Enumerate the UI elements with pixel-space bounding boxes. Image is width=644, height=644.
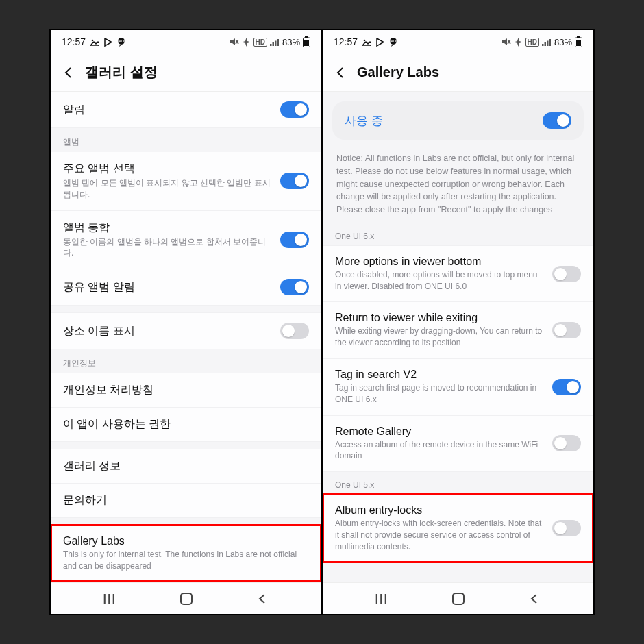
row-label: 이 앱이 사용하는 권한: [63, 417, 309, 432]
svg-rect-8: [275, 40, 277, 46]
row-label: 갤러리 정보: [63, 459, 309, 473]
toggle-merge-album[interactable]: [280, 232, 309, 248]
page-header: Gallery Labs: [323, 53, 593, 92]
nav-recents-icon[interactable]: |||: [103, 593, 116, 605]
row-label: 주요 앨범 선택: [63, 162, 271, 176]
row-return-viewer[interactable]: Return to viewer while exiting While exi…: [323, 302, 593, 359]
row-notifications[interactable]: 알림: [51, 92, 321, 128]
section-one-ui-5x: One UI 5.x: [323, 472, 593, 494]
row-merge-album[interactable]: 앨범 통합 동일한 이름의 앨범을 하나의 앨범으로 합쳐서 보여줍니다.: [51, 211, 321, 270]
flight-mode-icon: [242, 38, 251, 47]
row-contact[interactable]: 문의하기: [51, 484, 321, 518]
mute-icon: [230, 38, 239, 46]
svg-rect-25: [576, 40, 581, 46]
divider: [51, 442, 321, 449]
page-header: 갤러리 설정: [51, 53, 321, 92]
mute-icon: [501, 38, 511, 46]
row-sub: Album entry-locks with lock-screen crede…: [335, 518, 543, 552]
row-place-name[interactable]: 장소 이름 표시: [51, 312, 321, 349]
svg-text:TALK: TALK: [117, 39, 126, 43]
divider: [51, 306, 321, 312]
svg-rect-19: [542, 44, 544, 46]
row-label: Album entry-locks: [335, 504, 543, 517]
row-share-notif[interactable]: 공유 앨범 알림: [51, 269, 321, 306]
row-label: 앨범 통합: [63, 221, 271, 235]
row-sub: 앨범 탭에 모든 앨범이 표시되지 않고 선택한 앨범만 표시됩니다.: [63, 177, 271, 201]
row-main-album[interactable]: 주요 앨범 선택 앨범 탭에 모든 앨범이 표시되지 않고 선택한 앨범만 표시…: [51, 152, 321, 211]
nav-home-icon[interactable]: [180, 593, 193, 605]
signal-icon: [542, 38, 552, 46]
section-one-ui-6x: One UI 6.x: [323, 223, 593, 245]
net-hd-icon: HD: [253, 38, 267, 47]
toggle-tag-search-v2[interactable]: [552, 379, 581, 395]
settings-list: 알림 앨범 주요 앨범 선택 앨범 탭에 모든 앨범이 표시되지 않고 선택한 …: [51, 92, 321, 582]
row-label: 개인정보 처리방침: [63, 383, 309, 397]
row-permissions[interactable]: 이 앱이 사용하는 권한: [51, 408, 321, 442]
labs-enabled-card[interactable]: 사용 중: [332, 101, 584, 140]
toggle-more-options[interactable]: [552, 266, 581, 282]
nav-home-icon[interactable]: [452, 593, 465, 605]
row-label: Remote Gallery: [335, 425, 543, 438]
toggle-labs-enabled[interactable]: [543, 112, 571, 129]
row-remote-gallery[interactable]: Remote Gallery Access an album of the re…: [323, 416, 593, 473]
row-label: Return to viewer while exiting: [335, 312, 543, 324]
toggle-place-name[interactable]: [280, 323, 309, 339]
row-sub: 동일한 이름의 앨범을 하나의 앨범으로 합쳐서 보여줍니다.: [63, 236, 271, 260]
chat-icon: TALK: [116, 37, 126, 47]
svg-rect-21: [547, 40, 549, 46]
nav-bar: |||: [323, 582, 593, 614]
status-time: 12:57: [62, 36, 86, 47]
svg-rect-9: [277, 39, 279, 46]
toggle-main-album[interactable]: [280, 173, 309, 189]
labs-list: 사용 중 Notice: All functions in Labs are n…: [323, 92, 593, 582]
nav-recents-icon[interactable]: |||: [375, 593, 388, 605]
svg-point-14: [364, 40, 366, 42]
divider: [51, 518, 321, 525]
row-label: 공유 앨범 알림: [63, 280, 271, 295]
back-icon[interactable]: [334, 66, 347, 79]
svg-rect-20: [544, 42, 546, 46]
svg-rect-22: [549, 39, 551, 46]
toggle-return-viewer[interactable]: [552, 322, 581, 338]
row-sub: Access an album of the remote device in …: [335, 439, 543, 462]
status-bar: 12:57 TALK HD 83%: [51, 30, 321, 53]
row-gallery-labs[interactable]: Gallery Labs This is only for internal t…: [51, 525, 321, 582]
status-time: 12:57: [334, 36, 358, 47]
phone-left: 12:57 TALK HD 83% 갤러리 설정 알림: [51, 30, 321, 614]
phone-right: 12:57 TALK HD 83% Gallery Labs 사용 중: [323, 30, 593, 614]
toggle-remote-gallery[interactable]: [552, 435, 581, 451]
row-label: 알림: [63, 103, 271, 117]
page-title: Gallery Labs: [357, 64, 439, 80]
nav-bar: |||: [51, 582, 321, 614]
battery-pct: 83%: [282, 37, 300, 47]
nav-back-icon[interactable]: [256, 593, 269, 605]
row-privacy-policy[interactable]: 개인정보 처리방침: [51, 373, 321, 408]
flight-mode-icon: [514, 38, 523, 47]
battery-pct: 83%: [554, 37, 572, 47]
row-more-options[interactable]: More options in viewer bottom Once disab…: [323, 245, 593, 303]
svg-rect-7: [272, 42, 274, 46]
row-gallery-info[interactable]: 갤러리 정보: [51, 449, 321, 484]
svg-point-1: [92, 40, 94, 42]
nav-back-icon[interactable]: [528, 593, 541, 605]
svg-rect-6: [270, 44, 272, 46]
toggle-notifications[interactable]: [280, 101, 309, 118]
image-icon: [90, 38, 99, 46]
labs-enabled-label: 사용 중: [345, 113, 383, 129]
play-icon: [375, 38, 384, 47]
row-label: 문의하기: [63, 493, 309, 508]
section-privacy: 개인정보: [51, 349, 321, 373]
row-sub: This is only for internal test. The func…: [63, 549, 309, 572]
toggle-share-notif[interactable]: [280, 279, 309, 295]
screenshot-pair: 12:57 TALK HD 83% 갤러리 설정 알림: [49, 29, 595, 615]
signal-icon: [270, 38, 280, 46]
back-icon[interactable]: [62, 66, 75, 79]
section-album: 앨범: [51, 128, 321, 152]
image-icon: [362, 38, 371, 46]
battery-icon: [575, 36, 582, 47]
row-album-entry-locks[interactable]: Album entry-locks Album entry-locks with…: [323, 494, 593, 562]
toggle-album-entry-locks[interactable]: [552, 520, 581, 536]
page-title: 갤러리 설정: [85, 63, 158, 82]
row-sub: While exiting viewer by dragging-down, Y…: [335, 325, 543, 349]
row-tag-search-v2[interactable]: Tag in search V2 Tag in search first pag…: [323, 359, 593, 416]
